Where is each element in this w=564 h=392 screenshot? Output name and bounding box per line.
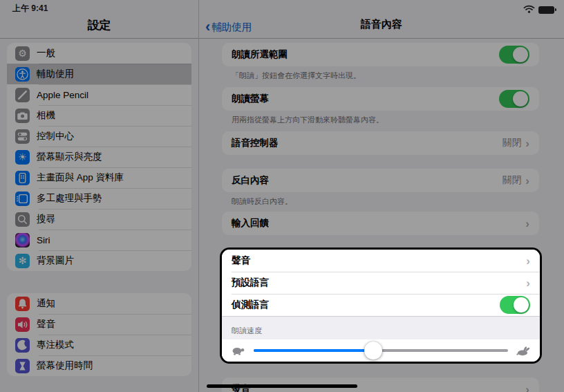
toggle-knob: [513, 47, 528, 62]
chevron-right-icon: [526, 277, 530, 289]
bell-icon: [15, 297, 30, 311]
accessibility-icon: [15, 67, 30, 82]
hourglass-icon: [15, 359, 30, 373]
pencil-icon: [15, 88, 30, 102]
row-speak-screen[interactable]: 朗讀螢幕: [222, 87, 539, 111]
spoken-content-list: 朗讀所選範圍 「朗讀」按鈕會在你選擇文字時出現。 朗讀螢幕 用兩指從螢幕上方向下…: [199, 39, 564, 392]
sidebar-item-screen-time[interactable]: 螢幕使用時間: [7, 355, 191, 376]
speaking-rate-row: [222, 339, 540, 362]
toggle-knob: [513, 91, 528, 106]
speaking-rate-slider[interactable]: [254, 349, 508, 352]
chevron-right-icon: [525, 138, 529, 149]
sidebar-item-sounds[interactable]: 聲音: [7, 314, 191, 335]
highlighted-callout-panel: 聲音 預設語言 偵測語言 朗讀速度: [220, 248, 542, 364]
chevron-right-icon: [525, 384, 529, 392]
moon-icon: [15, 338, 30, 353]
siri-icon: [15, 233, 30, 248]
chevron-right-icon: [526, 255, 530, 267]
sidebar-item-search[interactable]: 搜尋: [7, 209, 191, 230]
multitasking-icon: [15, 192, 30, 206]
sidebar-item-accessibility[interactable]: 輔助使用: [7, 64, 191, 84]
sidebar-item-apple-pencil[interactable]: Apple Pencil: [7, 84, 191, 105]
page-title: 語音內容: [199, 18, 564, 31]
row-detect-language[interactable]: 偵測語言: [222, 294, 540, 316]
sidebar-item-notifications[interactable]: 通知: [7, 293, 191, 314]
status-time: 上午 9:41: [12, 3, 48, 15]
sidebar-item-control-center[interactable]: 控制中心: [7, 126, 191, 147]
sidebar-item-home-screen[interactable]: 主畫面與 App 資料庫: [7, 167, 191, 188]
speaking-rate-fill: [254, 349, 373, 352]
detect-language-toggle[interactable]: [500, 296, 530, 314]
sun-icon: ☀: [15, 150, 30, 165]
row-speak-selection[interactable]: 朗讀所選範圍: [222, 43, 539, 66]
highlight-content-value: 關閉: [502, 174, 521, 187]
main-pane: ‹ 輔助使用 語音內容 朗讀所選範圍 「朗讀」按鈕會在你選擇文字時出現。 朗讀螢…: [198, 0, 564, 392]
sidebar-group-2: 通知 聲音 專注模式 螢幕使用時間: [7, 293, 191, 376]
search-icon: [15, 212, 30, 227]
speech-controller-value: 關閉: [502, 137, 521, 149]
toggle-knob: [514, 297, 529, 312]
status-icons: [523, 3, 554, 16]
sidebar-item-general[interactable]: ⚙ 一般: [7, 43, 191, 64]
row-highlight-content[interactable]: 反白內容 關閉: [222, 169, 539, 192]
speak-screen-toggle[interactable]: [499, 90, 529, 108]
sidebar-item-focus[interactable]: 專注模式: [7, 335, 191, 355]
wifi-icon: [523, 3, 535, 16]
battery-icon: [538, 6, 554, 14]
settings-screen: 上午 9:41 設定 ⚙ 一般 輔助使用: [0, 0, 564, 392]
sidebar-item-display-brightness[interactable]: ☀ 螢幕顯示與亮度: [7, 147, 191, 167]
speak-screen-footer: 用兩指從螢幕上方向下滑動來聆聽螢幕內容。: [232, 115, 529, 124]
sidebar: 設定 ⚙ 一般 輔助使用 Apple Pencil: [0, 0, 198, 392]
flower-icon: ✻: [15, 254, 30, 268]
main-header: ‹ 輔助使用 語音內容: [199, 0, 564, 39]
row-typing-feedback[interactable]: 輸入回饋: [222, 212, 539, 235]
sidebar-group-1: ⚙ 一般 輔助使用 Apple Pencil 相機: [7, 43, 191, 271]
highlight-content-footer: 朗讀時反白內容。: [232, 196, 529, 206]
tortoise-icon: [230, 346, 247, 356]
chevron-right-icon: [525, 218, 529, 230]
speak-selection-toggle[interactable]: [499, 46, 529, 64]
gear-icon: ⚙: [15, 46, 30, 61]
sidebar-item-multitasking[interactable]: 多工處理與手勢: [7, 188, 191, 209]
sidebar-item-camera[interactable]: 相機: [7, 105, 191, 126]
row-voices[interactable]: 聲音: [222, 250, 540, 272]
sidebar-item-siri[interactable]: Siri: [7, 230, 191, 250]
speak-selection-footer: 「朗讀」按鈕會在你選擇文字時出現。: [232, 71, 529, 80]
speaker-icon: [15, 317, 30, 332]
row-speech-controller[interactable]: 語音控制器 關閉: [222, 131, 539, 155]
sidebar-title: 設定: [0, 17, 198, 33]
home-indicator[interactable]: [207, 384, 357, 388]
camera-icon: [15, 109, 30, 123]
sidebar-item-wallpaper[interactable]: ✻ 背景圖片: [7, 250, 191, 271]
hare-icon: [515, 346, 532, 356]
row-default-language[interactable]: 預設語言: [222, 272, 540, 294]
speaking-rate-section-header: 朗讀速度: [222, 316, 540, 339]
speaking-rate-thumb[interactable]: [364, 342, 382, 360]
chevron-right-icon: [525, 175, 529, 187]
home-screen-icon: [15, 171, 30, 185]
control-center-icon: [15, 129, 30, 144]
